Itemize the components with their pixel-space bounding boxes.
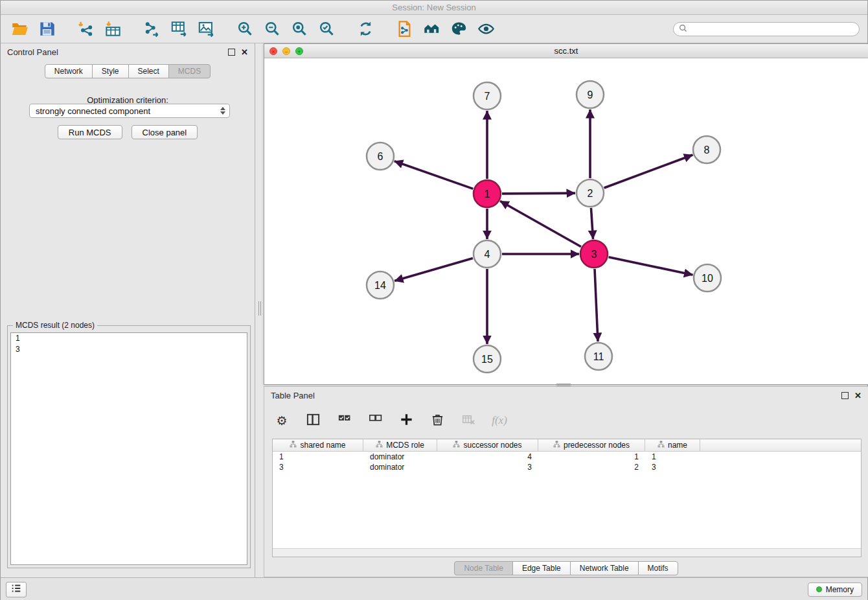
column-header-MCDS-role[interactable]: MCDS role [363, 439, 437, 451]
select-all-button[interactable] [336, 412, 352, 429]
column-header-predecessor-nodes[interactable]: predecessor nodes [538, 439, 645, 451]
delete-row-button[interactable] [429, 412, 446, 429]
table-cell[interactable]: 4 [437, 452, 538, 462]
import-network-button[interactable] [74, 18, 97, 40]
table-cell[interactable]: 1 [273, 452, 363, 462]
node-table: shared nameMCDS rolesuccessor nodesprede… [272, 439, 862, 557]
tab-mcds[interactable]: MCDS [168, 64, 211, 78]
table-horizontal-scrollbar[interactable] [273, 548, 861, 557]
edge-3-1[interactable] [500, 201, 581, 246]
application-window: Session: New Session Control Panel ✕ Net… [0, 0, 868, 600]
split-view-button[interactable] [304, 412, 321, 429]
main-toolbar [1, 15, 867, 43]
node-2[interactable]: 2 [577, 179, 604, 207]
table-cell[interactable]: dominator [363, 452, 437, 462]
column-header-shared-name[interactable]: shared name [273, 439, 363, 451]
close-table-panel-icon[interactable]: ✕ [854, 392, 862, 399]
edge-1-6[interactable] [394, 161, 474, 189]
edge-2-8[interactable] [604, 155, 693, 188]
network-from-file-button[interactable] [393, 18, 415, 40]
window-traffic-lights: × − + [269, 47, 303, 55]
tab-select[interactable]: Select [128, 64, 169, 78]
close-window-icon[interactable]: × [269, 47, 277, 55]
vertical-splitter-handle[interactable] [257, 301, 262, 316]
tab-style[interactable]: Style [92, 64, 129, 78]
node-9[interactable]: 9 [577, 81, 604, 108]
table-cell[interactable]: 2 [538, 462, 645, 472]
table-cell[interactable]: 1 [538, 452, 645, 462]
float-panel-icon[interactable] [228, 49, 235, 56]
close-panel-button[interactable]: Close panel [131, 125, 198, 139]
import-table-button[interactable] [102, 18, 124, 40]
float-table-panel-icon[interactable] [841, 392, 849, 399]
edge-1-2[interactable] [502, 193, 575, 194]
zoom-fit-button[interactable] [288, 18, 310, 40]
export-image-button[interactable] [195, 18, 217, 40]
dropdown-chevrons-icon [220, 107, 225, 115]
search-box[interactable] [673, 22, 860, 36]
node-3[interactable]: 3 [580, 240, 608, 268]
show-graphics-details-button[interactable] [475, 18, 497, 40]
table-cell[interactable]: dominator [363, 462, 437, 472]
apply-layout-button[interactable] [354, 18, 376, 40]
search-input[interactable] [691, 25, 854, 34]
node-6[interactable]: 6 [367, 143, 394, 170]
node-15[interactable]: 15 [474, 345, 501, 373]
minimize-window-icon[interactable]: − [282, 47, 290, 55]
edge-3-11[interactable] [595, 269, 598, 341]
edge-3-10[interactable] [609, 257, 693, 275]
mcds-result-item[interactable]: 3 [11, 344, 247, 355]
table-tab-motifs[interactable]: Motifs [638, 561, 678, 575]
node-11[interactable]: 11 [585, 343, 612, 370]
mcds-result-list[interactable]: 13 [10, 332, 247, 565]
import-network-icon [77, 20, 95, 38]
table-tab-edge-table[interactable]: Edge Table [512, 561, 571, 575]
node-8[interactable]: 8 [693, 136, 720, 163]
open-file-button[interactable] [8, 18, 30, 40]
node-1[interactable]: 1 [474, 180, 501, 207]
node-14[interactable]: 14 [367, 271, 394, 299]
table-cell[interactable]: 3 [437, 462, 538, 472]
save-session-button[interactable] [36, 18, 58, 40]
zoom-selected-button[interactable] [315, 18, 337, 40]
memory-button[interactable]: Memory [808, 583, 862, 597]
table-settings-button[interactable]: ⚙ [273, 412, 290, 429]
close-panel-icon[interactable]: ✕ [241, 49, 248, 56]
table-row[interactable]: 1dominator411 [273, 452, 861, 462]
edge-4-14[interactable] [394, 258, 473, 281]
table-row[interactable]: 3dominator323 [273, 462, 861, 472]
app-title: Session: New Session [392, 3, 475, 12]
edge-2-3[interactable] [591, 208, 593, 239]
network-window-titlebar[interactable]: × − + scc.txt [264, 44, 868, 58]
column-header-name[interactable]: name [645, 439, 700, 451]
first-neighbors-button[interactable] [420, 18, 442, 40]
add-column-button[interactable] [398, 412, 415, 429]
zoom-out-button[interactable] [261, 18, 283, 40]
node-10[interactable]: 10 [694, 264, 721, 292]
apply-layout-icon [357, 20, 374, 38]
apply-style-button[interactable] [448, 18, 470, 40]
table-tab-node-table[interactable]: Node Table [454, 561, 513, 575]
control-panel: Control Panel ✕ NetworkStyleSelectMCDS O… [1, 43, 255, 577]
deselect-all-button[interactable] [367, 412, 383, 429]
table-tab-network-table[interactable]: Network Table [570, 561, 639, 575]
table-cell[interactable]: 3 [645, 462, 700, 472]
network-view-window: × − + scc.txt 7968124314101511 [264, 43, 868, 385]
criterion-dropdown[interactable]: strongly connected component [29, 104, 230, 118]
export-table-button[interactable] [168, 18, 190, 40]
mcds-result-item[interactable]: 1 [11, 333, 247, 344]
node-label-6: 6 [378, 151, 383, 162]
tab-network[interactable]: Network [45, 64, 93, 78]
column-header-successor-nodes[interactable]: successor nodes [437, 439, 538, 451]
node-4[interactable]: 4 [474, 240, 501, 268]
table-cell[interactable]: 3 [273, 462, 363, 472]
task-history-button[interactable] [6, 582, 27, 597]
export-network-button[interactable] [141, 18, 163, 40]
run-mcds-button[interactable]: Run MCDS [58, 125, 122, 139]
network-canvas[interactable]: 7968124314101511 [264, 58, 868, 384]
maximize-window-icon[interactable]: + [295, 47, 303, 55]
node-7[interactable]: 7 [474, 82, 501, 110]
zoom-in-button[interactable] [234, 18, 256, 40]
table-cell[interactable]: 1 [645, 452, 700, 462]
column-type-icon [553, 441, 560, 450]
